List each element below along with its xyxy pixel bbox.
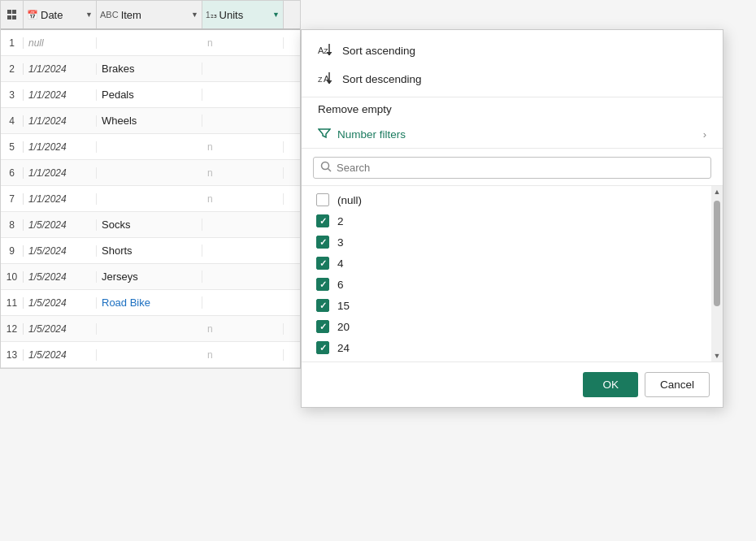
row-number: 11 xyxy=(1,297,24,309)
col-header-units[interactable]: 1₂₃ Units ▼ xyxy=(202,1,284,28)
cell-date: 1/5/2024 xyxy=(24,349,97,361)
checkbox-6-item[interactable]: 6 xyxy=(302,274,723,295)
remove-empty-item[interactable]: Remove empty xyxy=(302,97,723,121)
row-number: 13 xyxy=(1,349,24,361)
scrollbar-thumb[interactable] xyxy=(714,201,720,306)
row-number: 4 xyxy=(1,115,24,127)
row-number: 2 xyxy=(1,63,24,75)
row-number: 5 xyxy=(1,141,24,153)
checkbox-4[interactable] xyxy=(316,257,329,270)
checkbox-15[interactable] xyxy=(316,299,329,312)
table-header: 📅 Date ▼ ABC Item ▼ 1₂₃ Units ▼ xyxy=(1,1,300,30)
units-dropdown-arrow[interactable]: ▼ xyxy=(272,11,280,19)
cell-date: null xyxy=(24,37,97,49)
table-row: 1 null n xyxy=(1,30,300,56)
filter-icon xyxy=(318,127,331,142)
item-dropdown-arrow[interactable]: ▼ xyxy=(191,11,198,19)
svg-text:Z: Z xyxy=(324,47,328,55)
sort-ascending-label: Sort ascending xyxy=(342,45,415,57)
cell-date: 1/1/2024 xyxy=(24,89,97,101)
search-box[interactable] xyxy=(313,157,711,179)
grid-icon xyxy=(7,10,17,19)
table-row: 13 1/5/2024 n xyxy=(1,342,300,368)
checkbox-24[interactable] xyxy=(316,341,329,354)
table-row: 9 1/5/2024 Shorts xyxy=(1,238,300,264)
scroll-down-arrow[interactable]: ▼ xyxy=(714,352,721,360)
checkbox-4-label: 4 xyxy=(337,258,344,270)
sort-descending-label: Sort descending xyxy=(342,73,422,85)
cell-date: 1/1/2024 xyxy=(24,167,97,179)
table-row: 6 1/1/2024 n xyxy=(1,160,300,186)
col-date-label: Date xyxy=(41,9,82,21)
table-body: 1 null n 2 1/1/2024 Brakes 3 1/1/2024 Pe… xyxy=(1,30,300,368)
row-number: 6 xyxy=(1,167,24,179)
row-number: 7 xyxy=(1,193,24,205)
cell-item: Socks xyxy=(97,219,202,231)
checkbox-3[interactable] xyxy=(316,236,329,249)
sort-descending-item[interactable]: Z A Sort descending xyxy=(302,65,723,93)
table-row: 8 1/5/2024 Socks xyxy=(1,212,300,238)
cell-date: 1/5/2024 xyxy=(24,323,97,335)
units-filter-dropdown: A Z Sort ascending Z A Sort descending xyxy=(301,29,723,408)
cell-units: n xyxy=(202,349,284,361)
checkbox-24-item[interactable]: 24 xyxy=(302,337,723,358)
checkbox-2-item[interactable]: 2 xyxy=(302,210,723,232)
sort-ascending-icon: A Z xyxy=(318,42,334,59)
date-dropdown-arrow[interactable]: ▼ xyxy=(85,11,93,19)
scrollbar-track[interactable]: ▲ ▼ xyxy=(711,186,723,361)
sort-descending-icon: Z A xyxy=(318,71,334,88)
cell-date: 1/5/2024 xyxy=(24,297,97,309)
date-type-icon: 📅 xyxy=(27,10,38,20)
row-number: 1 xyxy=(1,37,24,49)
row-number: 3 xyxy=(1,89,24,101)
dropdown-footer: OK Cancel xyxy=(302,361,723,407)
checkbox-6-label: 6 xyxy=(337,279,344,291)
cell-item: Shorts xyxy=(97,245,202,257)
checkbox-null-item[interactable]: (null) xyxy=(302,189,723,210)
checkbox-6[interactable] xyxy=(316,278,329,291)
cell-item: Brakes xyxy=(97,63,202,75)
table-row: 7 1/1/2024 n xyxy=(1,186,300,212)
cell-units: n xyxy=(202,167,284,179)
checkbox-20-item[interactable]: 20 xyxy=(302,316,723,337)
cell-date: 1/1/2024 xyxy=(24,115,97,127)
scroll-up-arrow[interactable]: ▲ xyxy=(712,186,723,197)
table-row: 11 1/5/2024 Road Bike xyxy=(1,290,300,316)
cell-units: n xyxy=(202,37,284,49)
svg-text:Z: Z xyxy=(318,76,323,84)
row-number: 12 xyxy=(1,323,24,335)
sort-ascending-item[interactable]: A Z Sort ascending xyxy=(302,37,723,65)
chevron-right-icon: › xyxy=(703,128,706,141)
ok-button[interactable]: OK xyxy=(583,372,638,397)
cell-date: 1/5/2024 xyxy=(24,245,97,257)
checkbox-null[interactable] xyxy=(316,193,329,206)
svg-point-6 xyxy=(322,162,329,170)
cell-item: Jerseys xyxy=(97,270,202,283)
sort-section: A Z Sort ascending Z A Sort descending xyxy=(302,30,723,97)
checkbox-20-label: 20 xyxy=(337,321,350,333)
search-input[interactable] xyxy=(337,162,704,174)
number-filters-item[interactable]: Number filters › xyxy=(302,121,723,148)
checkbox-15-item[interactable]: 15 xyxy=(302,295,723,316)
checkbox-null-label: (null) xyxy=(337,194,362,206)
col-header-date[interactable]: 📅 Date ▼ xyxy=(24,1,97,28)
cell-item: Road Bike xyxy=(97,296,202,309)
search-icon xyxy=(320,161,332,175)
remove-empty-label: Remove empty xyxy=(318,103,392,115)
checkbox-list-container: (null) 2 3 4 6 xyxy=(302,186,723,361)
checkbox-2[interactable] xyxy=(316,214,329,227)
checkbox-3-item[interactable]: 3 xyxy=(302,232,723,253)
row-number: 9 xyxy=(1,245,24,257)
cell-item: Pedals xyxy=(97,89,202,101)
cell-date: 1/1/2024 xyxy=(24,193,97,205)
col-header-item[interactable]: ABC Item ▼ xyxy=(97,1,202,28)
row-number: 8 xyxy=(1,219,24,231)
checkbox-20[interactable] xyxy=(316,320,329,333)
grid-icon-col[interactable] xyxy=(1,1,24,28)
cell-units: n xyxy=(202,141,284,153)
checkbox-4-item[interactable]: 4 xyxy=(302,253,723,274)
checkbox-15-label: 15 xyxy=(337,300,350,312)
cancel-button[interactable]: Cancel xyxy=(645,372,710,397)
cell-date: 1/1/2024 xyxy=(24,141,97,153)
svg-line-7 xyxy=(328,169,332,172)
